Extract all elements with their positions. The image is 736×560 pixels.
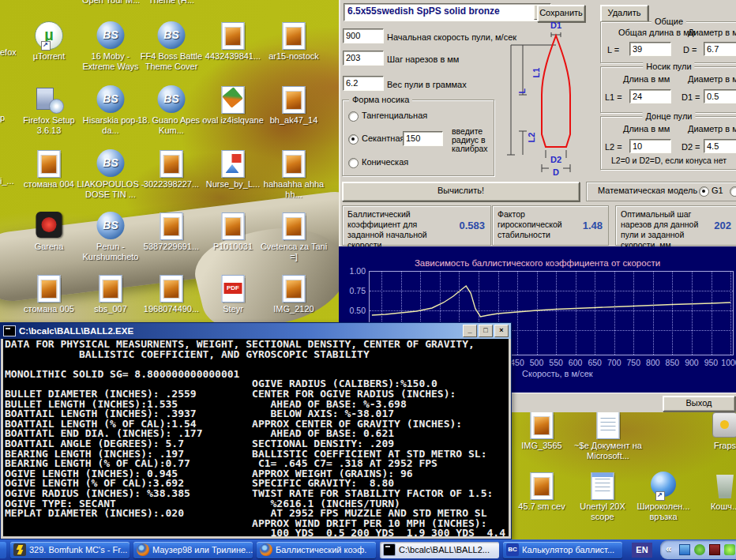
desktop-icon[interactable]: sbs_007: [77, 274, 145, 314]
desktop-icon[interactable]: hahaahha ahha hh...: [260, 149, 328, 199]
globe-icon: [644, 472, 682, 500]
desktop-icon[interactable]: bh_ak47_14: [260, 85, 328, 126]
desktop-icon-label: Hisarskia pop-da...: [77, 115, 145, 135]
paint-icon: [214, 85, 252, 114]
y-tick-label: 0.75: [342, 286, 366, 295]
desktop-icon[interactable]: Unertyl 20X scope: [569, 472, 636, 521]
language-indicator[interactable]: EN: [632, 543, 652, 558]
console-line: BALLISTIC COEFFICIENT, AND GYROSCOPIC ST…: [5, 350, 509, 360]
nose-diameter-input[interactable]: 0.5: [704, 89, 736, 103]
desktop-icon-label: hahaahha ahha hh...: [260, 179, 328, 199]
pdf-icon: PDF: [214, 274, 252, 303]
radio-model-g1[interactable]: [699, 186, 709, 197]
desktop-icon-label: ~$e Документ на Microsoft...: [574, 441, 642, 460]
desktop-icon[interactable]: IMG_3565: [508, 411, 576, 451]
desktop-icon[interactable]: BS18. Guano Apes - Kum...: [137, 85, 205, 135]
diameter-input[interactable]: 6.7: [704, 42, 736, 56]
console-titlebar[interactable]: C:\bcalc\BALL\BALL2.EXE _ □ ×: [1, 323, 511, 339]
desktop-icon-label: стомана 005: [15, 304, 83, 314]
network-tray-icon[interactable]: [679, 544, 690, 555]
math-model-label: Математическая модель: [598, 186, 697, 195]
bs-icon: BS: [92, 21, 130, 50]
base-length-input[interactable]: 10: [629, 139, 671, 153]
velocity-input[interactable]: 900: [343, 28, 384, 43]
desktop-icon[interactable]: стомана 005: [15, 274, 83, 314]
desktop-icon[interactable]: ar15-nostock: [260, 21, 328, 62]
nose-length-input[interactable]: 24: [629, 89, 671, 103]
partial-desktop-label: i_...: [0, 176, 14, 186]
desktop-icon[interactable]: BSLIAKOPOULOS - DOSE TIN ...: [77, 149, 145, 199]
total-length-input[interactable]: 39: [629, 42, 671, 56]
nose-shape-group-title: Форма носика: [349, 95, 412, 104]
nose-diameter-header: Диаметр в мм: [688, 74, 736, 84]
desktop-icon[interactable]: Firefox Setup 3.6.13: [15, 85, 83, 135]
minimize-icon[interactable]: _: [463, 325, 477, 337]
taskbar-button[interactable]: Маузер98 или Трилине...: [133, 542, 253, 558]
taskbar-button-label: Калькулятор баллист...: [522, 545, 614, 554]
taskbar-button[interactable]: BCКалькулятор баллист...: [503, 542, 622, 558]
desktop-icon[interactable]: ~$e Документ на Microsoft...: [574, 411, 642, 460]
image-icon: [275, 21, 313, 50]
radio-conical[interactable]: [348, 158, 359, 168]
nose-shape-group: Форма носика Тангенциальная Секантная, 1…: [342, 100, 494, 176]
desktop-icon[interactable]: Широколен... връзка: [629, 472, 697, 521]
close-icon[interactable]: ×: [494, 325, 509, 337]
desktop-icon[interactable]: P1010031: [199, 212, 267, 252]
result-value: 1.48: [583, 220, 603, 231]
desktop-icon[interactable]: IMG_2120: [260, 274, 328, 314]
utorrent-tray-icon[interactable]: [694, 544, 705, 555]
weight-input[interactable]: 6.2: [343, 76, 384, 91]
desktop-icon[interactable]: стомана 004: [15, 149, 83, 190]
desktop-icon[interactable]: 45.7 sm cev: [508, 472, 576, 512]
desktop-icon-label: oval iz4islqvane: [199, 115, 267, 126]
bs-icon: BS: [92, 85, 130, 114]
desktop-icon[interactable]: 4432439841...: [199, 21, 267, 62]
x-tick-label: 900: [682, 358, 701, 367]
radio-model-partial[interactable]: [730, 186, 736, 197]
desktop-icon[interactable]: Кошч...: [691, 472, 736, 512]
desktop-icon[interactable]: 1968074490...: [137, 274, 205, 314]
utorrent-icon: µ: [30, 21, 68, 50]
desktop-icon[interactable]: BSPerun - Kurshumcheto: [77, 212, 145, 261]
desktop-icon[interactable]: 5387229691...: [137, 212, 205, 252]
desktop-icon[interactable]: Nurse_by_L...: [199, 149, 267, 190]
desktop-icon[interactable]: Cvetenca za Tani =]: [260, 212, 328, 261]
diagram-label-d: D: [553, 167, 559, 177]
desktop-icon[interactable]: Garena: [15, 212, 83, 252]
taskbar-button-fragment[interactable]: [0, 542, 6, 558]
taskbar-button[interactable]: 329. Bomfunk MC's - Fr...: [10, 542, 130, 558]
l2-prefix: L2 =: [605, 142, 622, 152]
radio-tangential[interactable]: [348, 111, 359, 122]
tray-chevron-icon[interactable]: «: [666, 543, 671, 554]
media-player-tray-icon[interactable]: [709, 544, 720, 555]
desktop-icon[interactable]: Fraps: [691, 411, 736, 451]
desktop-icon[interactable]: BSHisarskia pop-da...: [77, 85, 145, 135]
delete-button[interactable]: Удалить: [600, 5, 648, 22]
desktop-icon-label: IMG_3565: [508, 441, 576, 451]
desktop-icon[interactable]: PDFSteyr: [199, 274, 267, 314]
desktop-icon[interactable]: 3022398227...: [137, 149, 205, 190]
base-diameter-input[interactable]: 4.5: [704, 139, 736, 153]
desktop-icon[interactable]: oval iz4islqvane: [199, 85, 267, 126]
winamp-icon: [13, 543, 26, 556]
result-value: 202: [714, 220, 731, 231]
calculate-button[interactable]: Вычислить!: [342, 182, 580, 201]
taskbar-button[interactable]: C:\bcalc\BALL\BALL2...: [380, 542, 499, 558]
desktop-icon-label: стомана 004: [15, 179, 83, 190]
exit-button[interactable]: Выход: [663, 396, 735, 412]
taskbar-button[interactable]: Баллистический коэф.: [257, 542, 376, 558]
daemon-tools-tray-icon[interactable]: [724, 544, 735, 555]
y-tick-label: 1.00: [342, 266, 366, 276]
desktop-icon[interactable]: BS16 Moby - Extreme Ways: [77, 21, 145, 71]
nose-length-header: Длина в мм: [623, 74, 670, 84]
d1-prefix: D1 =: [682, 92, 700, 102]
diagram-label-l2: L2: [527, 133, 536, 143]
ogive-radius-input[interactable]: 150: [403, 131, 443, 146]
desktop-icon[interactable]: µµTorrent: [15, 21, 83, 62]
twist-input[interactable]: 203: [343, 51, 384, 66]
radio-secant[interactable]: [348, 134, 359, 145]
maximize-icon[interactable]: □: [479, 325, 493, 337]
desktop-icon[interactable]: BSFF4 Boss Battle Theme Cover: [137, 21, 205, 71]
diagram-label-d1: D1: [550, 21, 561, 30]
base-length-header: Длина в мм: [623, 124, 670, 133]
